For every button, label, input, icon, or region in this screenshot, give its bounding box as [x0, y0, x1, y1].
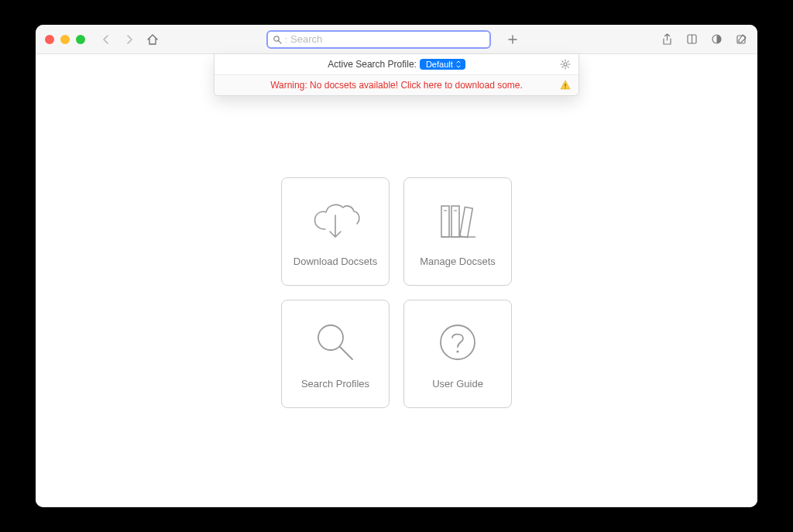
svg-point-14 — [441, 325, 475, 359]
svg-rect-18 — [565, 88, 565, 88]
card-grid: Download Docsets Manage Docsets — [281, 177, 512, 408]
maximize-window-button[interactable] — [76, 35, 85, 44]
svg-point-12 — [318, 325, 343, 350]
window-controls — [45, 35, 85, 44]
card-label: Download Docsets — [294, 256, 377, 267]
active-profile-label: Active Search Profile: — [328, 59, 417, 70]
svg-line-1 — [279, 40, 281, 43]
svg-line-13 — [340, 347, 352, 359]
profile-selector[interactable]: Default — [420, 59, 465, 70]
app-window: : — [36, 25, 757, 507]
home-button[interactable] — [144, 31, 161, 48]
active-profile-row: Active Search Profile: Default — [215, 54, 578, 74]
search-field-container[interactable]: : — [266, 30, 491, 49]
svg-rect-17 — [565, 84, 565, 87]
books-icon — [431, 195, 485, 245]
minimize-window-button[interactable] — [60, 35, 70, 44]
manage-docsets-card[interactable]: Manage Docsets — [403, 177, 512, 286]
search-profiles-card[interactable]: Search Profiles — [281, 300, 390, 408]
help-icon — [434, 317, 481, 367]
card-label: Search Profiles — [301, 378, 369, 390]
svg-point-15 — [456, 350, 458, 352]
download-docsets-card[interactable]: Download Docsets — [281, 177, 390, 286]
svg-point-16 — [564, 63, 567, 66]
search-input[interactable] — [290, 33, 485, 45]
bookmarks-icon[interactable] — [685, 33, 699, 46]
compose-icon[interactable] — [734, 33, 748, 46]
warning-text: Warning: No docsets available! Click her… — [270, 80, 523, 91]
card-label: Manage Docsets — [420, 256, 496, 267]
toolbar-right-actions — [660, 33, 748, 46]
download-cloud-icon — [308, 195, 362, 245]
warning-icon — [560, 80, 571, 91]
user-guide-card[interactable]: User Guide — [403, 300, 512, 408]
toolbar: : — [36, 25, 757, 54]
new-tab-button[interactable] — [503, 30, 522, 49]
svg-rect-8 — [460, 207, 472, 237]
chevron-updown-icon — [456, 60, 461, 68]
main-content: Download Docsets Manage Docsets — [36, 54, 757, 507]
search-separator: : — [285, 35, 287, 44]
magnifier-icon — [311, 317, 360, 367]
appearance-icon[interactable] — [709, 33, 723, 46]
search-dropdown-panel: Active Search Profile: Default Warning: … — [214, 54, 579, 96]
back-button[interactable] — [98, 31, 115, 48]
forward-button[interactable] — [121, 31, 138, 48]
profile-settings-button[interactable] — [560, 59, 571, 70]
profile-value: Default — [426, 60, 453, 69]
close-window-button[interactable] — [45, 35, 54, 44]
search-icon — [273, 35, 282, 44]
share-icon[interactable] — [660, 33, 674, 46]
no-docsets-warning[interactable]: Warning: No docsets available! Click her… — [215, 74, 578, 95]
card-label: User Guide — [432, 378, 483, 390]
